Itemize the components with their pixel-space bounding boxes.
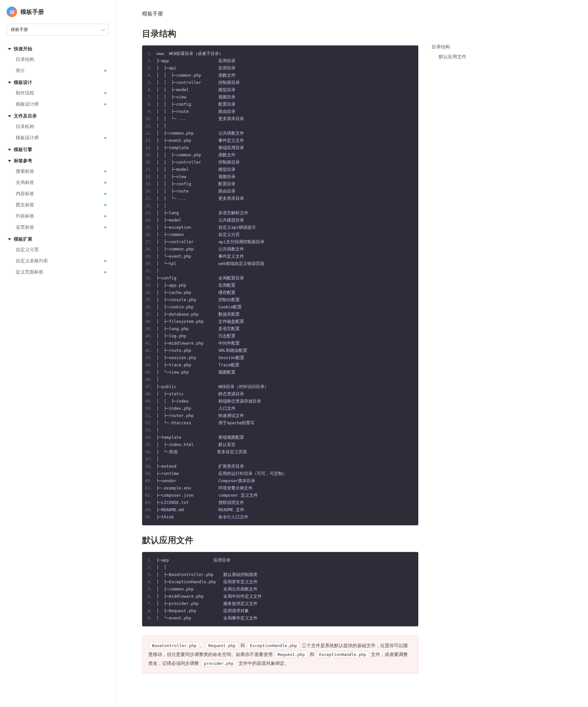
code-text: │ └─view.php 视图配置 xyxy=(156,369,242,376)
nav-item-label: 制作流程 xyxy=(16,90,34,96)
nav-item[interactable]: 目录机构 xyxy=(0,121,115,132)
line-number: 38. xyxy=(142,318,156,325)
code-text: ├─template 前端视图配置 xyxy=(156,434,251,441)
line-number: 4. xyxy=(142,578,156,585)
code-text: │ ├─console.php 控制台配置 xyxy=(156,296,246,303)
code-text: ├─extend 扩展类库目录 xyxy=(156,463,251,470)
status-dot-icon xyxy=(104,227,106,228)
code-text: │ ├─provider.php 服务提供定义文件 xyxy=(156,600,264,607)
logo-icon: Sj xyxy=(7,7,17,17)
code-text: │ ├─trace.php Trace配置 xyxy=(156,361,246,369)
nav-section[interactable]: 标签参考 xyxy=(0,155,115,166)
nav-section[interactable]: 快速开始 xyxy=(0,43,115,54)
nav-item[interactable]: 全局标签 xyxy=(0,177,115,188)
nav-item[interactable]: 自定义表格列表 xyxy=(0,256,115,267)
heading-directory-structure: 目录结构 xyxy=(142,28,418,39)
nav-item[interactable]: 首页标签 xyxy=(0,222,115,233)
nav-item-label: 内容标签 xyxy=(16,191,34,197)
line-number: 36. xyxy=(142,303,156,311)
code-text: │ └─.htaccess 用于apache的重写 xyxy=(156,419,261,427)
toc-item-default-files[interactable]: 默认应用文件 xyxy=(425,52,491,62)
nav-item-label: 目录结构 xyxy=(16,57,34,63)
nav-item[interactable]: 模板设计师 xyxy=(0,132,115,143)
nav-item[interactable]: 内容标签 xyxy=(0,188,115,199)
code-line: 38.│ ├─filesystem.php 文件磁盘配置 xyxy=(142,318,418,325)
code-line: 65.├─think 命令行入口文件 xyxy=(142,513,418,521)
line-number: 51. xyxy=(142,412,156,419)
nav-item-label: 自定义分页 xyxy=(16,247,39,253)
code-line: 6.│ │ ├─model 模型目录 xyxy=(142,86,418,94)
doc-selector-value[interactable]: 模板手册 xyxy=(7,24,109,36)
code-line: 1.├─app 应用目录 xyxy=(142,557,418,564)
code-line: 29.│ └─event.php 事件定义文件 xyxy=(142,253,418,260)
line-number: 46. xyxy=(142,376,156,383)
nav-section[interactable]: 模板扩展 xyxy=(0,233,115,244)
code-line: 7.│ │ ├─view 视图目录 xyxy=(142,94,418,101)
code-text: │ └─event.php 事件定义文件 xyxy=(156,253,251,260)
code-line: 22.│ │ xyxy=(142,202,418,209)
code-line: 37.│ ├─database.php 数据库配置 xyxy=(142,311,418,318)
code-text: ├─LICENSE.txt 授权说明文件 xyxy=(156,499,251,506)
line-number: 22. xyxy=(142,202,156,209)
note-text: 和 xyxy=(239,643,246,648)
nav-item-label: 目录机构 xyxy=(16,124,34,130)
nav-item[interactable]: 制作流程 xyxy=(0,88,115,99)
line-number: 58. xyxy=(142,463,156,470)
inline-code: ExceptionHandle.php xyxy=(247,642,300,649)
line-number: 11. xyxy=(142,123,156,130)
code-text: │ │ ├─route 路由目录 xyxy=(156,108,242,115)
code-text: │ ├─index.html 默认首页 xyxy=(156,441,242,448)
doc-selector[interactable]: 模板手册 xyxy=(7,24,109,36)
code-text: │ ├─index.php 入口文件 xyxy=(156,405,242,412)
code-text: │ ├─cache.php 缓存配置 xyxy=(156,289,242,296)
line-number: 21. xyxy=(142,195,156,202)
code-line: 9.│ │ ├─route 路由目录 xyxy=(142,108,418,115)
toc-item-directory[interactable]: 目录结构 xyxy=(425,42,491,52)
code-text: │ ├─static 静态资源目录 xyxy=(156,390,251,398)
code-line: 62.├─composer.json composer 定义文件 xyxy=(142,492,418,499)
code-line: 15.│ │ ├─common.php 函数文件 xyxy=(142,152,418,159)
nav-section[interactable]: 模板引擎 xyxy=(0,143,115,155)
line-number: 34. xyxy=(142,289,156,296)
code-text: ├─config 全局配置目录 xyxy=(156,274,251,282)
code-text: │ │ ├─config 配置目录 xyxy=(156,101,242,108)
code-text: │ xyxy=(156,456,166,463)
line-number: 40. xyxy=(142,332,156,340)
inline-code: provider.php xyxy=(201,660,236,667)
code-line: 11.│ │ xyxy=(142,123,418,130)
status-dot-icon xyxy=(104,193,106,195)
code-text: │ xyxy=(156,267,166,274)
code-line: 41.│ ├─middleware.php 中间件配置 xyxy=(142,340,418,347)
line-number: 59. xyxy=(142,470,156,477)
nav-item[interactable]: 目录结构 xyxy=(0,54,115,65)
line-number: 8. xyxy=(142,101,156,108)
code-line: 7.│ ├─provider.php 服务提供定义文件 xyxy=(142,600,418,607)
nav-section[interactable]: 文件及目录 xyxy=(0,110,115,121)
line-number: 28. xyxy=(142,245,156,253)
line-number: 15. xyxy=(142,152,156,159)
nav-item[interactable]: 简介 xyxy=(0,65,115,76)
line-number: 41. xyxy=(142,340,156,347)
nav-item[interactable]: 搜索标签 xyxy=(0,166,115,177)
nav-item[interactable]: 模板设计师 xyxy=(0,99,115,110)
line-number: 2. xyxy=(142,57,156,65)
nav-section[interactable]: 模板设计 xyxy=(0,76,115,88)
code-line: 56.│ └─其他 更多自定义页面 xyxy=(142,448,418,456)
code-line: 44.│ ├─trace.php Trace配置 xyxy=(142,361,418,369)
line-number: 5. xyxy=(142,79,156,86)
line-number: 42. xyxy=(142,347,156,354)
nav-item[interactable]: 图文标签 xyxy=(0,199,115,211)
code-line: 51.│ ├─router.php 快速测试文件 xyxy=(142,412,418,419)
line-number: 19. xyxy=(142,180,156,188)
code-line: 24.│ ├─model 公共模型目录 xyxy=(142,216,418,224)
code-text: │ │ xyxy=(156,123,173,130)
line-number: 60. xyxy=(142,477,156,484)
nav-item[interactable]: 自定义分页 xyxy=(0,244,115,256)
code-text: │ ├─exception 自定义api错误提示 xyxy=(156,224,262,231)
nav-item[interactable]: 列表标签 xyxy=(0,211,115,222)
line-number: 61. xyxy=(142,484,156,492)
nav-item-label: 搜索标签 xyxy=(16,169,34,174)
nav-item[interactable]: 定义页面标签 xyxy=(0,267,115,278)
line-number: 47. xyxy=(142,383,156,390)
line-number: 20. xyxy=(142,188,156,195)
